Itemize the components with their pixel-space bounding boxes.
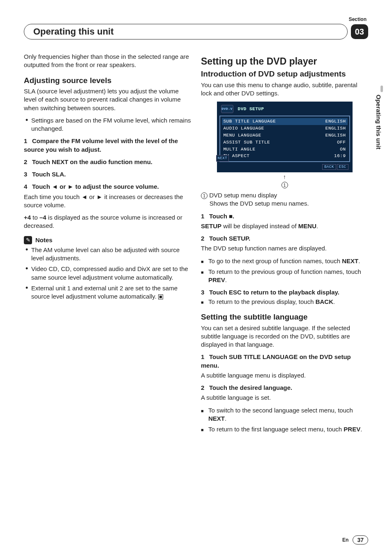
dvd-esc-button[interactable]: ESC [337, 164, 348, 170]
notes-icon: ✎ [24, 236, 32, 244]
page-header: Operating this unit 03 [24, 24, 368, 39]
dvd-step-2-b1: To go to the next group of function name… [201, 257, 368, 265]
dvd-intro-paragraph: You can use this menu to change audio, s… [201, 81, 368, 98]
footer-page-number: 37 [353, 535, 368, 544]
subtitle-paragraph: You can set a desired subtitle language.… [201, 324, 368, 349]
sub-step-1-p: A subtitle language menu is displayed. [201, 371, 368, 380]
left-column: Only frequencies higher than those in th… [24, 51, 191, 437]
intro-paragraph: Only frequencies higher than those in th… [24, 53, 191, 70]
callout-1: 1 DVD setup menu display Shows the DVD s… [201, 191, 368, 208]
notes-label: Notes [35, 236, 53, 244]
dvd-row-subtitle[interactable]: SUB TITLE LANGUAGEENGLISH [222, 118, 348, 125]
step-4: 4Touch ◄ or ► to adjust the source volum… [24, 183, 191, 191]
dvd-setup-title: DVD SETUP [238, 107, 264, 111]
dvd-step-1-p: SETUP will be displayed instead of MENU. [201, 222, 368, 230]
section-label: Section [24, 16, 368, 22]
dvd-next-button[interactable]: NEXT [216, 155, 229, 162]
dvd-step-2-b2: To return to the previous group of funct… [201, 268, 368, 285]
side-tab-handle [380, 86, 383, 92]
sub-step-2-b2: To return to the first language select m… [201, 425, 368, 433]
dvd-row-multi-angle[interactable]: MULTI ANGLEON [222, 146, 348, 153]
dvd-row-menu-lang[interactable]: MENU LANGUAGEENGLISH [222, 132, 348, 139]
header-title: Operating this unit [24, 24, 348, 39]
note-1: The AM volume level can also be adjusted… [24, 246, 191, 263]
dvd-step-3: 3Touch ESC to return to the playback dis… [201, 288, 368, 297]
dvd-row-audio[interactable]: AUDIO LANGUAGEENGLISH [222, 125, 348, 132]
dvd-back-button[interactable]: BACK [322, 164, 336, 170]
footer-lang: En [342, 537, 348, 543]
callout-pointer: ↑1 [201, 173, 368, 189]
sub-step-2: 2Touch the desired language. [201, 384, 368, 392]
dvd-step-1: 1Touch ■. [201, 212, 368, 220]
dvd-source-icon: DVD-V [221, 105, 233, 113]
adjust-paragraph: SLA (source level adjustment) lets you a… [24, 87, 191, 112]
adjust-bullet-1: Settings are based on the FM volume leve… [24, 116, 191, 133]
page-footer: En 37 [342, 535, 368, 544]
step-1: 1Compare the FM volume level with the le… [24, 137, 191, 154]
dvd-step-3-b1: To return to the previous display, touch… [201, 298, 368, 306]
note-3: External unit 1 and external unit 2 are … [24, 284, 191, 301]
heading-adjusting-source-levels: Adjusting source levels [24, 75, 191, 86]
dvd-step-2-p: The DVD setup function names are display… [201, 244, 368, 253]
heading-setting-up-dvd: Setting up the DVD player [201, 55, 368, 68]
right-column: Setting up the DVD player Introduction o… [201, 51, 368, 437]
sub-step-1: 1Touch SUB TITLE LANGUAGE on the DVD set… [201, 353, 368, 370]
side-tab: Operating this unit [375, 95, 382, 149]
step-4-p1: Each time you touch ◄ or ► it increases … [24, 193, 191, 210]
section-number-badge: 03 [351, 24, 368, 39]
dvd-setup-screenshot: DVD-V DVD SETUP SUB TITLE LANGUAGEENGLIS… [217, 102, 353, 172]
heading-setting-subtitle: Setting the subtitle language [201, 312, 368, 322]
heading-intro-dvd-setup: Introduction of DVD setup adjustments [201, 69, 368, 79]
dvd-step-2: 2Touch SETUP. [201, 234, 368, 243]
step-3: 3Touch SLA. [24, 170, 191, 178]
note-2: Video CD, CD, compressed audio and DivX … [24, 265, 191, 282]
sub-step-2-p: A subtitle language is set. [201, 394, 368, 402]
sub-step-2-b1: To switch to the second language select … [201, 406, 368, 423]
dvd-row-tv-aspect[interactable]: TV ASPECT16:9 [222, 153, 348, 160]
step-4-p2: +4 to –4 is displayed as the source volu… [24, 213, 191, 230]
end-stop-icon [158, 294, 163, 299]
dvd-row-assist-sub[interactable]: ASSIST SUB TITLEOFF [222, 139, 348, 146]
step-2: 2Touch NEXT on the audio function menu. [24, 158, 191, 166]
